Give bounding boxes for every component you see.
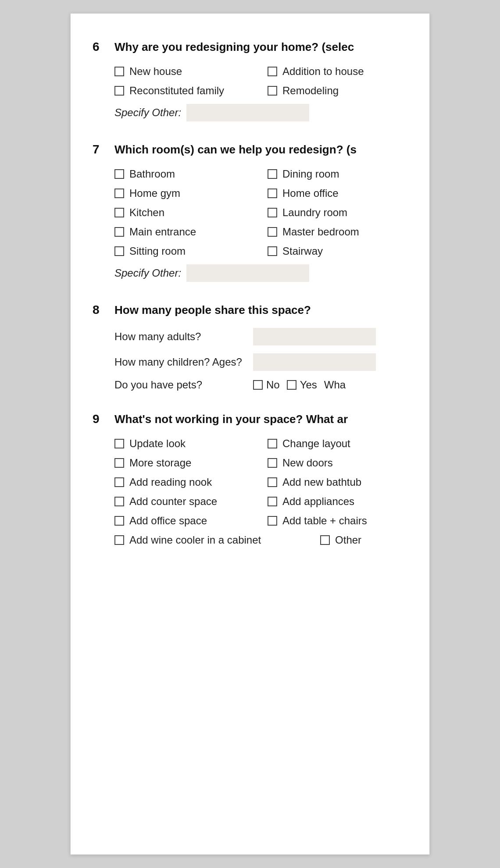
option-add-counter-space[interactable]: Add counter space xyxy=(114,495,254,508)
option-main-entrance[interactable]: Main entrance xyxy=(114,226,254,238)
checkbox-add-appliances[interactable] xyxy=(268,497,277,506)
option-update-look[interactable]: Update look xyxy=(114,438,254,450)
option-other[interactable]: Other xyxy=(320,534,407,546)
checkbox-bathroom[interactable] xyxy=(114,169,124,179)
option-dining-room[interactable]: Dining room xyxy=(268,168,407,180)
adults-input[interactable] xyxy=(253,328,376,345)
checkbox-add-new-bathtub[interactable] xyxy=(268,477,277,487)
option-add-wine-cooler[interactable]: Add wine cooler in a cabinet xyxy=(114,534,307,546)
checkbox-add-table-chairs[interactable] xyxy=(268,516,277,526)
pets-what-text: Wha xyxy=(324,379,346,391)
option-update-look-label: Update look xyxy=(129,438,186,450)
question-7-specify-input[interactable] xyxy=(186,264,309,282)
question-9-options: Update look Change layout More storage N… xyxy=(93,438,407,527)
option-add-wine-cooler-label: Add wine cooler in a cabinet xyxy=(129,534,261,546)
checkbox-home-office[interactable] xyxy=(268,189,277,198)
option-home-office[interactable]: Home office xyxy=(268,187,407,199)
checkbox-pets-yes[interactable] xyxy=(287,380,296,390)
question-6-specify-label: Specify Other: xyxy=(114,107,181,119)
option-more-storage[interactable]: More storage xyxy=(114,457,254,469)
question-8-text: How many people share this space? xyxy=(114,303,311,318)
checkbox-new-doors[interactable] xyxy=(268,458,277,468)
checkbox-reconstituted-family[interactable] xyxy=(114,86,124,96)
question-6-specify-row: Specify Other: xyxy=(93,104,407,121)
checkbox-add-counter-space[interactable] xyxy=(114,497,124,506)
adults-label: How many adults? xyxy=(114,331,246,343)
checkbox-add-office-space[interactable] xyxy=(114,516,124,526)
pets-no-option[interactable]: No xyxy=(253,379,280,391)
question-8-block: 8 How many people share this space? How … xyxy=(93,303,407,391)
question-9-options-last-row: Add wine cooler in a cabinet Other xyxy=(93,534,407,546)
option-master-bedroom-label: Master bedroom xyxy=(282,226,359,238)
question-7-number: 7 xyxy=(93,142,114,157)
option-stairway[interactable]: Stairway xyxy=(268,245,407,257)
question-8-header: 8 How many people share this space? xyxy=(93,303,407,318)
option-new-doors[interactable]: New doors xyxy=(268,457,407,469)
option-more-storage-label: More storage xyxy=(129,457,191,469)
option-add-appliances[interactable]: Add appliances xyxy=(268,495,407,508)
option-add-reading-nook-label: Add reading nook xyxy=(129,476,212,488)
option-laundry-room-label: Laundry room xyxy=(282,206,347,219)
checkbox-master-bedroom[interactable] xyxy=(268,227,277,237)
survey-page: 6 Why are you redesigning your home? (se… xyxy=(70,13,430,855)
option-kitchen-label: Kitchen xyxy=(129,206,164,219)
question-6-options: New house Addition to house Reconstitute… xyxy=(93,65,407,97)
checkbox-kitchen[interactable] xyxy=(114,208,124,217)
option-home-gym-label: Home gym xyxy=(129,187,180,199)
option-add-new-bathtub[interactable]: Add new bathtub xyxy=(268,476,407,488)
checkbox-add-wine-cooler[interactable] xyxy=(114,535,124,545)
checkbox-home-gym[interactable] xyxy=(114,189,124,198)
option-addition-to-house[interactable]: Addition to house xyxy=(268,65,407,78)
checkbox-other[interactable] xyxy=(320,535,330,545)
adults-row: How many adults? xyxy=(114,328,407,345)
option-remodeling[interactable]: Remodeling xyxy=(268,85,407,97)
option-sitting-room[interactable]: Sitting room xyxy=(114,245,254,257)
option-new-house-label: New house xyxy=(129,65,182,78)
question-6-specify-input[interactable] xyxy=(186,104,309,121)
option-change-layout[interactable]: Change layout xyxy=(268,438,407,450)
children-label: How many children? Ages? xyxy=(114,356,246,368)
option-reconstituted-family-label: Reconstituted family xyxy=(129,85,224,97)
checkbox-stairway[interactable] xyxy=(268,246,277,256)
checkbox-update-look[interactable] xyxy=(114,439,124,448)
question-8-number: 8 xyxy=(93,303,114,317)
question-7-block: 7 Which room(s) can we help you redesign… xyxy=(93,142,407,282)
question-9-block: 9 What's not working in your space? What… xyxy=(93,412,407,546)
option-reconstituted-family[interactable]: Reconstituted family xyxy=(114,85,254,97)
option-add-table-chairs-label: Add table + chairs xyxy=(282,515,367,527)
checkbox-remodeling[interactable] xyxy=(268,86,277,96)
option-home-gym[interactable]: Home gym xyxy=(114,187,254,199)
checkbox-addition-to-house[interactable] xyxy=(268,67,277,76)
option-new-house[interactable]: New house xyxy=(114,65,254,78)
checkbox-change-layout[interactable] xyxy=(268,439,277,448)
checkbox-dining-room[interactable] xyxy=(268,169,277,179)
option-home-office-label: Home office xyxy=(282,187,339,199)
children-row: How many children? Ages? xyxy=(114,353,407,371)
option-remodeling-label: Remodeling xyxy=(282,85,339,97)
option-sitting-room-label: Sitting room xyxy=(129,245,186,257)
checkbox-add-reading-nook[interactable] xyxy=(114,477,124,487)
children-input[interactable] xyxy=(253,353,376,371)
checkbox-new-house[interactable] xyxy=(114,67,124,76)
option-add-reading-nook[interactable]: Add reading nook xyxy=(114,476,254,488)
option-master-bedroom[interactable]: Master bedroom xyxy=(268,226,407,238)
option-laundry-room[interactable]: Laundry room xyxy=(268,206,407,219)
checkbox-laundry-room[interactable] xyxy=(268,208,277,217)
pets-row: Do you have pets? No Yes Wha xyxy=(114,379,407,391)
option-add-counter-space-label: Add counter space xyxy=(129,495,217,508)
pets-yes-option[interactable]: Yes xyxy=(287,379,317,391)
option-bathroom[interactable]: Bathroom xyxy=(114,168,254,180)
checkbox-more-storage[interactable] xyxy=(114,458,124,468)
option-add-table-chairs[interactable]: Add table + chairs xyxy=(268,515,407,527)
checkbox-sitting-room[interactable] xyxy=(114,246,124,256)
pets-yes-label: Yes xyxy=(300,379,317,391)
option-kitchen[interactable]: Kitchen xyxy=(114,206,254,219)
option-other-label: Other xyxy=(335,534,361,546)
question-7-header: 7 Which room(s) can we help you redesign… xyxy=(93,142,407,157)
checkbox-pets-no[interactable] xyxy=(253,380,263,390)
checkbox-main-entrance[interactable] xyxy=(114,227,124,237)
option-add-office-space[interactable]: Add office space xyxy=(114,515,254,527)
option-stairway-label: Stairway xyxy=(282,245,323,257)
option-change-layout-label: Change layout xyxy=(282,438,350,450)
option-add-office-space-label: Add office space xyxy=(129,515,207,527)
